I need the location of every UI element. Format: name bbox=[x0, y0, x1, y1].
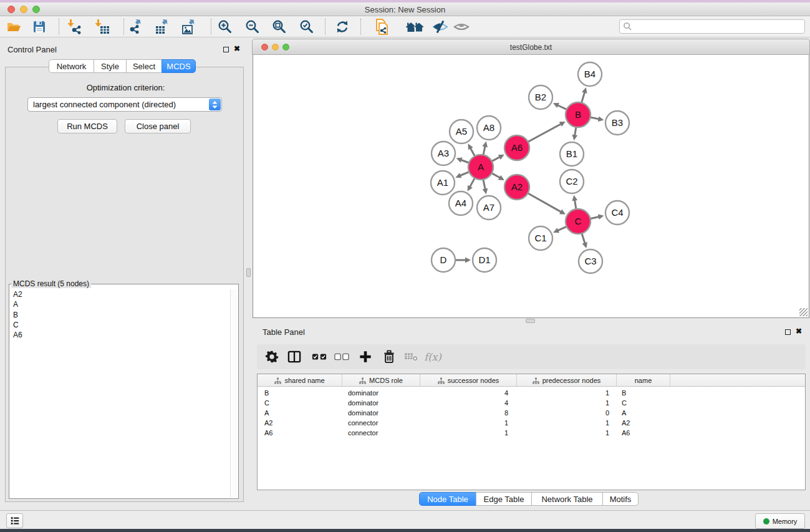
delete-column-button[interactable] bbox=[379, 348, 399, 365]
graph-edge[interactable] bbox=[470, 178, 475, 187]
table-cell[interactable]: A6 bbox=[258, 428, 342, 438]
resize-grip-icon[interactable] bbox=[799, 308, 808, 316]
graph-edge[interactable] bbox=[591, 216, 599, 218]
table-cell[interactable]: A bbox=[258, 408, 342, 418]
graph-edge[interactable] bbox=[582, 92, 585, 102]
table-cell[interactable]: 8 bbox=[420, 408, 517, 418]
column-header-mcds-role[interactable]: MCDS role bbox=[342, 374, 420, 387]
table-cell[interactable]: B bbox=[617, 388, 670, 398]
graph-edge[interactable] bbox=[493, 157, 501, 161]
memory-button[interactable]: Memory bbox=[755, 513, 805, 529]
table-cell[interactable]: C bbox=[617, 398, 670, 408]
tab-select[interactable]: Select bbox=[126, 59, 162, 73]
zoom-in-button[interactable] bbox=[214, 18, 236, 36]
table-cell[interactable]: dominator bbox=[342, 398, 420, 408]
table-row[interactable]: Adominator80A bbox=[258, 408, 805, 418]
tab-network-table[interactable]: Network Table bbox=[531, 492, 603, 506]
table-row[interactable]: Cdominator41C bbox=[258, 398, 805, 408]
criterion-dropdown[interactable]: largest connected component (directed) bbox=[27, 97, 222, 112]
show-graphics-details-button[interactable] bbox=[450, 18, 473, 36]
table-cell[interactable]: dominator bbox=[342, 408, 420, 418]
search-field[interactable] bbox=[619, 19, 805, 34]
table-row[interactable]: A2connector11A2 bbox=[258, 418, 805, 428]
first-neighbors-button[interactable] bbox=[404, 18, 427, 36]
graph-edge[interactable] bbox=[460, 160, 468, 163]
graph-edge[interactable] bbox=[470, 147, 475, 155]
result-scrollbar[interactable] bbox=[230, 289, 238, 498]
graph-edge[interactable] bbox=[528, 193, 562, 212]
tab-network[interactable]: Network bbox=[49, 59, 94, 73]
graph-edge[interactable] bbox=[483, 145, 485, 154]
tab-edge-table[interactable]: Edge Table bbox=[476, 492, 532, 506]
graph-edge[interactable] bbox=[582, 234, 585, 244]
graph-edge[interactable] bbox=[492, 173, 500, 178]
table-cell[interactable]: 4 bbox=[420, 398, 517, 408]
table-row[interactable]: A6connector11A6 bbox=[258, 428, 805, 438]
table-cell[interactable]: A6 bbox=[617, 428, 670, 438]
close-panel-icon[interactable]: ✖ bbox=[233, 44, 241, 53]
graph-edge[interactable] bbox=[574, 200, 576, 209]
table-cell[interactable]: A2 bbox=[258, 418, 342, 428]
graph-edge[interactable] bbox=[528, 123, 561, 142]
table-row[interactable]: Bdominator41B bbox=[258, 388, 805, 398]
clone-network-button[interactable] bbox=[370, 18, 393, 36]
toggle-panes-button[interactable] bbox=[284, 348, 304, 365]
column-header-shared-name[interactable]: shared name bbox=[258, 374, 342, 387]
table-settings-button[interactable] bbox=[262, 348, 282, 365]
refresh-layout-button[interactable] bbox=[331, 18, 354, 36]
table-cell[interactable]: 1 bbox=[517, 418, 617, 428]
table-cell[interactable]: 1 bbox=[517, 388, 617, 398]
tab-node-table[interactable]: Node Table bbox=[419, 492, 476, 506]
tab-style[interactable]: Style bbox=[94, 59, 127, 73]
export-network-button[interactable] bbox=[125, 18, 147, 36]
graph-edge[interactable] bbox=[557, 227, 566, 231]
table-cell[interactable]: 1 bbox=[517, 428, 617, 438]
tab-mcds[interactable]: MCDS bbox=[162, 59, 196, 73]
table-cell[interactable]: 1 bbox=[420, 428, 517, 438]
create-column-button[interactable] bbox=[355, 348, 375, 365]
graph-edge[interactable] bbox=[557, 105, 566, 109]
zoom-selected-button[interactable] bbox=[296, 18, 318, 36]
close-panel-button[interactable]: Close panel bbox=[125, 119, 191, 133]
table-cell[interactable]: A bbox=[617, 408, 670, 418]
table-cell[interactable]: connector bbox=[342, 418, 420, 428]
import-network-button[interactable] bbox=[64, 18, 86, 36]
horizontal-splitter-handle[interactable] bbox=[526, 319, 535, 323]
zoom-out-button[interactable] bbox=[241, 18, 264, 36]
table-cell[interactable]: connector bbox=[342, 428, 420, 438]
table-cell[interactable]: 0 bbox=[517, 408, 617, 418]
table-cell[interactable]: 1 bbox=[517, 398, 617, 408]
table-cell[interactable]: 1 bbox=[420, 418, 517, 428]
column-header-predecessor-nodes[interactable]: predecessor nodes bbox=[517, 374, 617, 387]
save-session-button[interactable] bbox=[28, 18, 51, 36]
import-table-button[interactable] bbox=[91, 18, 113, 36]
select-all-rows-button[interactable] bbox=[309, 348, 329, 365]
open-session-button[interactable] bbox=[2, 18, 25, 36]
graph-edge[interactable] bbox=[483, 180, 485, 190]
table-cell[interactable]: C bbox=[258, 398, 342, 408]
task-history-button[interactable] bbox=[6, 513, 23, 528]
float-panel-icon[interactable] bbox=[221, 45, 230, 54]
run-mcds-button[interactable]: Run MCDS bbox=[57, 119, 117, 133]
table-cell[interactable]: A2 bbox=[617, 418, 670, 428]
hide-graphics-details-button[interactable] bbox=[429, 18, 451, 36]
network-window-titlebar[interactable]: testGlobe.txt bbox=[252, 39, 810, 55]
float-table-panel-icon[interactable] bbox=[783, 327, 792, 336]
table-cell[interactable]: B bbox=[258, 388, 342, 398]
table-cell[interactable]: 4 bbox=[420, 388, 517, 398]
column-header-name[interactable]: name bbox=[617, 374, 670, 387]
export-table-button[interactable] bbox=[152, 18, 174, 36]
close-table-panel-icon[interactable]: ✖ bbox=[794, 327, 803, 336]
column-header-successor-nodes[interactable]: successor nodes bbox=[420, 374, 517, 387]
graph-edge[interactable] bbox=[460, 172, 469, 176]
tab-motifs[interactable]: Motifs bbox=[602, 492, 639, 506]
graph-edge[interactable] bbox=[591, 117, 600, 119]
search-input[interactable] bbox=[632, 21, 804, 32]
table-cell[interactable]: dominator bbox=[342, 388, 420, 398]
vertical-splitter-handle[interactable] bbox=[246, 268, 251, 277]
graph-edge[interactable] bbox=[575, 128, 576, 137]
deselect-all-rows-button[interactable] bbox=[332, 348, 352, 365]
export-image-button[interactable] bbox=[178, 18, 201, 36]
network-canvas[interactable]: B4B2BB3A8A5A6A3B1AC2A1A2A4A7C4CC1C3DD1 bbox=[253, 55, 809, 318]
zoom-fit-button[interactable] bbox=[268, 18, 291, 36]
